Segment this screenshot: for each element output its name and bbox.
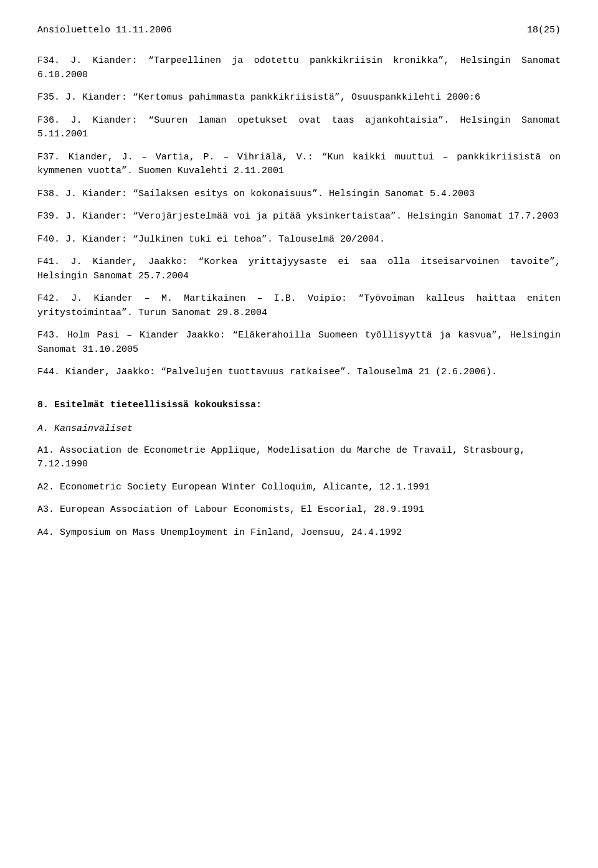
entry-f36-text: F36. J. Kiander: “Suuren laman opetukset… [37, 114, 561, 142]
document-title: Ansioluettelo 11.11.2006 [37, 25, 172, 35]
entry-f41-text: F41. J. Kiander, Jaakko: “Korkea yrittäj… [37, 255, 561, 283]
conf-entry-a2: A2. Econometric Society European Winter … [37, 481, 561, 495]
conf-entry-a4: A4. Symposium on Mass Unemployment in Fi… [37, 526, 561, 540]
entry-f43: F43. Holm Pasi – Kiander Jaakko: “Eläker… [37, 329, 561, 357]
entry-f42-text: F42. J. Kiander – M. Martikainen – I.B. … [37, 292, 561, 320]
conf-entry-a4-text: A4. Symposium on Mass Unemployment in Fi… [37, 526, 561, 540]
entry-f38: F38. J. Kiander: “Sailaksen esitys on ko… [37, 187, 561, 202]
entry-f36: F36. J. Kiander: “Suuren laman opetukset… [37, 114, 561, 142]
entry-f43-text: F43. Holm Pasi – Kiander Jaakko: “Eläker… [37, 329, 561, 357]
entry-f39-text: F39. J. Kiander: “Verojärjestelmää voi j… [37, 210, 561, 224]
conf-entry-a2-text: A2. Econometric Society European Winter … [37, 481, 561, 495]
entry-f44-text: F44. Kiander, Jaakko: “Palvelujen tuotta… [37, 366, 561, 380]
entry-f42: F42. J. Kiander – M. Martikainen – I.B. … [37, 292, 561, 320]
entry-f40-text: F40. J. Kiander: “Julkinen tuki ei tehoa… [37, 233, 561, 247]
main-content: F34. J. Kiander: “Tarpeellinen ja odotet… [37, 54, 561, 540]
entry-f44: F44. Kiander, Jaakko: “Palvelujen tuotta… [37, 366, 561, 380]
section-8-heading: 8. Esitelmät tieteellisissä kokouksissa: [37, 399, 561, 413]
conf-entry-a1: A1. Association de Econometrie Applique,… [37, 444, 561, 472]
conf-entry-a3: A3. European Association of Labour Econo… [37, 503, 561, 517]
page-header: Ansioluettelo 11.11.2006 18(25) [37, 25, 561, 35]
entry-f37-text: F37. Kiander, J. – Vartia, P. – Vihriälä… [37, 151, 561, 179]
entry-f34-text: F34. J. Kiander: “Tarpeellinen ja odotet… [37, 54, 561, 82]
entry-f34: F34. J. Kiander: “Tarpeellinen ja odotet… [37, 54, 561, 82]
entry-f35: F35. J. Kiander: “Kertomus pahimmasta pa… [37, 91, 561, 105]
entry-f40: F40. J. Kiander: “Julkinen tuki ei tehoa… [37, 233, 561, 247]
conf-entry-a1-text: A1. Association de Econometrie Applique,… [37, 444, 561, 472]
entry-f39: F39. J. Kiander: “Verojärjestelmää voi j… [37, 210, 561, 224]
entry-f37: F37. Kiander, J. – Vartia, P. – Vihriälä… [37, 151, 561, 179]
entry-f35-text: F35. J. Kiander: “Kertomus pahimmasta pa… [37, 91, 561, 105]
entry-f38-text: F38. J. Kiander: “Sailaksen esitys on ko… [37, 187, 561, 202]
conf-entry-a3-text: A3. European Association of Labour Econo… [37, 503, 561, 517]
entry-f41: F41. J. Kiander, Jaakko: “Korkea yrittäj… [37, 255, 561, 283]
subsection-a-label: A. Kansainväliset [37, 422, 561, 436]
page-number: 18(25) [527, 25, 561, 35]
